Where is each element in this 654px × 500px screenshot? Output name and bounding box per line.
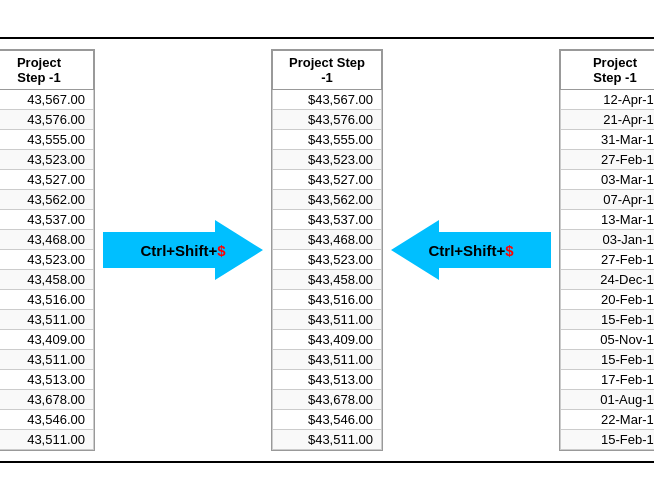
table-middle-cell: $43,458.00 — [273, 270, 382, 290]
table-middle-cell: $43,567.00 — [273, 90, 382, 110]
table-middle-cell: $43,511.00 — [273, 430, 382, 450]
table-right-cell: 31-Mar-19 — [561, 130, 655, 150]
table-right-cell: 05-Nov-18 — [561, 330, 655, 350]
arrow-right-container: Ctrl+Shift+$ — [95, 220, 271, 280]
arrow-right-label: Ctrl+Shift+$ — [140, 242, 225, 259]
table-left-cell: 43,567.00 — [0, 90, 94, 110]
table-left-cell: 43,511.00 — [0, 350, 94, 370]
table-middle-cell: $43,527.00 — [273, 170, 382, 190]
arrow-left-container: Ctrl+Shift+$ — [383, 220, 559, 280]
table-middle-cell: $43,511.00 — [273, 310, 382, 330]
table-right-cell: 13-Mar-19 — [561, 210, 655, 230]
table-middle-cell: $43,523.00 — [273, 250, 382, 270]
table-middle-cell: $43,562.00 — [273, 190, 382, 210]
table-left-cell: 43,409.00 — [0, 330, 94, 350]
arrow-right: Ctrl+Shift+$ — [103, 220, 263, 280]
table-left-wrapper: ProjectStep -1 43,567.0043,576.0043,555.… — [0, 49, 95, 451]
table-right-cell: 24-Dec-18 — [561, 270, 655, 290]
table-right-cell: 27-Feb-19 — [561, 250, 655, 270]
table-middle-cell: $43,516.00 — [273, 290, 382, 310]
table-middle-header: Project Step-1 — [273, 51, 382, 90]
table-right-cell: 01-Aug-19 — [561, 390, 655, 410]
table-right-cell: 15-Feb-19 — [561, 430, 655, 450]
table-left-cell: 43,523.00 — [0, 150, 94, 170]
table-middle-cell: $43,511.00 — [273, 350, 382, 370]
table-left-cell: 43,523.00 — [0, 250, 94, 270]
table-right-cell: 07-Apr-19 — [561, 190, 655, 210]
table-left-header: ProjectStep -1 — [0, 51, 94, 90]
table-right-cell: 22-Mar-19 — [561, 410, 655, 430]
table-left-cell: 43,562.00 — [0, 190, 94, 210]
main-container: ProjectStep -1 43,567.0043,576.0043,555.… — [0, 37, 654, 463]
table-left-cell: 43,458.00 — [0, 270, 94, 290]
table-middle-cell: $43,513.00 — [273, 370, 382, 390]
arrow-left-label: Ctrl+Shift+$ — [428, 242, 513, 259]
table-right-cell: 15-Feb-19 — [561, 350, 655, 370]
arrow-left-dollar: $ — [505, 242, 513, 259]
table-right-header: ProjectStep -1 — [561, 51, 655, 90]
table-middle-cell: $43,537.00 — [273, 210, 382, 230]
table-middle-wrapper: Project Step-1 $43,567.00$43,576.00$43,5… — [271, 49, 383, 451]
table-middle-cell: $43,523.00 — [273, 150, 382, 170]
table-middle-cell: $43,546.00 — [273, 410, 382, 430]
table-left-cell: 43,513.00 — [0, 370, 94, 390]
table-right-cell: 12-Apr-19 — [561, 90, 655, 110]
table-right-cell: 27-Feb-19 — [561, 150, 655, 170]
table-middle-cell: $43,555.00 — [273, 130, 382, 150]
table-left-cell: 43,576.00 — [0, 110, 94, 130]
table-right-cell: 15-Feb-19 — [561, 310, 655, 330]
table-left-cell: 43,527.00 — [0, 170, 94, 190]
table-right-cell: 03-Jan-19 — [561, 230, 655, 250]
table-right-cell: 20-Feb-19 — [561, 290, 655, 310]
table-left: ProjectStep -1 43,567.0043,576.0043,555.… — [0, 50, 94, 450]
table-left-cell: 43,468.00 — [0, 230, 94, 250]
table-middle-cell: $43,678.00 — [273, 390, 382, 410]
table-middle-cell: $43,468.00 — [273, 230, 382, 250]
arrow-left: Ctrl+Shift+$ — [391, 220, 551, 280]
table-left-cell: 43,516.00 — [0, 290, 94, 310]
table-right-cell: 17-Feb-19 — [561, 370, 655, 390]
table-right-cell: 03-Mar-19 — [561, 170, 655, 190]
table-left-cell: 43,678.00 — [0, 390, 94, 410]
table-left-cell: 43,546.00 — [0, 410, 94, 430]
table-middle-cell: $43,576.00 — [273, 110, 382, 130]
table-left-cell: 43,537.00 — [0, 210, 94, 230]
table-right-wrapper: ProjectStep -1 12-Apr-1921-Apr-1931-Mar-… — [559, 49, 654, 451]
table-right-cell: 21-Apr-19 — [561, 110, 655, 130]
table-middle: Project Step-1 $43,567.00$43,576.00$43,5… — [272, 50, 382, 450]
arrow-right-dollar: $ — [217, 242, 225, 259]
table-left-cell: 43,511.00 — [0, 310, 94, 330]
table-right: ProjectStep -1 12-Apr-1921-Apr-1931-Mar-… — [560, 50, 654, 450]
table-left-cell: 43,555.00 — [0, 130, 94, 150]
table-left-cell: 43,511.00 — [0, 430, 94, 450]
table-middle-cell: $43,409.00 — [273, 330, 382, 350]
